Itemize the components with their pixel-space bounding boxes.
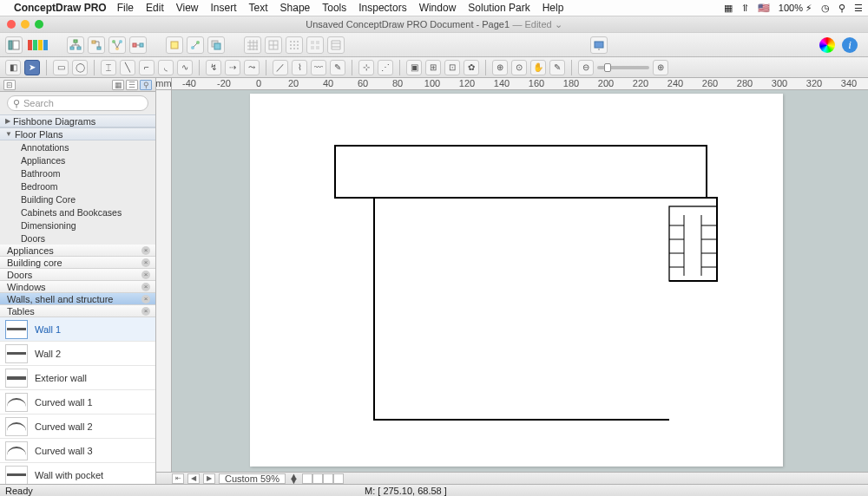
smart-connector-tool[interactable]: ↯ <box>206 60 221 75</box>
zoom-in-tool[interactable]: ⊕ <box>492 60 508 75</box>
close-icon[interactable]: × <box>141 246 150 255</box>
grid2-button[interactable] <box>265 36 282 54</box>
presentation-button[interactable] <box>590 36 608 54</box>
highlight-shape-button[interactable] <box>166 36 183 54</box>
pen-poly-tool[interactable]: ⌇ <box>292 60 307 75</box>
arc-tool[interactable]: ◟ <box>158 60 174 75</box>
edit-segments-tool[interactable]: ⋰ <box>378 60 393 75</box>
menubar-list-icon[interactable]: ☰ <box>854 3 863 14</box>
first-page-button[interactable]: ⇤ <box>172 473 184 484</box>
tree-item-cabinets[interactable]: Cabinets and Bookcases <box>0 206 155 219</box>
menu-file[interactable]: File <box>117 2 134 14</box>
zoom-in-button[interactable]: ⊕ <box>653 60 668 75</box>
menubar-flag-icon[interactable]: 🇺🇸 <box>758 3 770 14</box>
zoom-level[interactable]: Custom 59% <box>219 473 286 484</box>
vertical-ruler[interactable] <box>156 90 172 472</box>
close-icon[interactable]: × <box>141 271 150 279</box>
menubar-grid-icon[interactable]: ▦ <box>724 3 733 14</box>
menu-shape[interactable]: Shape <box>280 2 311 14</box>
sidebar-tab-tree[interactable]: ⊟ <box>3 80 16 90</box>
connect-button[interactable] <box>187 36 204 54</box>
menu-view[interactable]: View <box>176 2 199 14</box>
ruler-corner[interactable]: mm <box>156 78 172 90</box>
close-icon[interactable]: × <box>141 307 150 316</box>
shape-exterior-wall[interactable]: Exterior wall <box>0 366 155 390</box>
color-wheel-icon[interactable] <box>819 37 835 53</box>
shape-wall-pocket[interactable]: Wall with pocket <box>0 463 155 484</box>
grid3-button[interactable] <box>286 36 303 54</box>
zoom-window-icon[interactable] <box>35 20 43 29</box>
crop-tool[interactable]: ✎ <box>549 60 565 75</box>
hand-tool[interactable]: ✋ <box>530 60 546 75</box>
line-tool[interactable]: ╲ <box>120 60 135 75</box>
menu-text[interactable]: Text <box>249 2 268 14</box>
tree-floor-plans[interactable]: ▼Floor Plans <box>0 127 155 140</box>
palette-appliances[interactable]: Appliances× <box>0 245 155 257</box>
menubar-battery[interactable]: 100% ⚡︎ <box>779 3 812 14</box>
spline-tool[interactable]: ∿ <box>177 60 193 75</box>
send-back-button[interactable] <box>207 36 225 54</box>
shape-wall-2[interactable]: Wall 2 <box>0 342 155 366</box>
flowchart-shape-button[interactable] <box>88 36 105 54</box>
palette-windows[interactable]: Windows× <box>0 281 155 293</box>
zoom-fit-tool[interactable]: ⊙ <box>511 60 527 75</box>
pointer-tool[interactable]: ➤ <box>24 60 40 75</box>
sidebar-tab-search[interactable]: ⚲ <box>140 80 152 90</box>
connector-tool[interactable]: ⌐ <box>139 60 155 75</box>
grid1-button[interactable] <box>244 36 261 54</box>
palette-walls[interactable]: Walls, shell and structure× <box>0 293 155 305</box>
panel-toggle-button[interactable]: ◧ <box>5 60 21 75</box>
zoom-slider[interactable] <box>597 66 649 69</box>
menu-window[interactable]: Window <box>419 2 457 14</box>
shape-curved-wall-1[interactable]: Curved wall 1 <box>0 390 155 414</box>
pen-curve-tool[interactable]: 〰 <box>311 60 326 75</box>
page-thumbnails[interactable] <box>302 473 344 484</box>
chain-shape-button[interactable] <box>129 36 147 54</box>
palette-building-core[interactable]: Building core× <box>0 257 155 269</box>
menu-insert[interactable]: Insert <box>211 2 237 14</box>
close-icon[interactable]: × <box>141 258 150 267</box>
minimize-window-icon[interactable] <box>21 20 30 29</box>
horizontal-ruler[interactable]: -40-200204060801001201401601802002202402… <box>172 78 868 90</box>
grid4-button[interactable] <box>306 36 324 54</box>
tree-item-building-core[interactable]: Building Core <box>0 193 155 206</box>
app-name[interactable]: ConceptDraw PRO <box>14 2 107 14</box>
image-tool[interactable]: ⊡ <box>444 60 460 75</box>
tree-shape-button[interactable] <box>108 36 126 54</box>
palette-doors[interactable]: Doors× <box>0 269 155 281</box>
rect-tool[interactable]: ▭ <box>53 60 69 75</box>
menu-edit[interactable]: Edit <box>146 2 164 14</box>
library-search-input[interactable]: ⚲ Search <box>7 95 148 111</box>
library-toggle-button[interactable] <box>5 36 23 54</box>
close-icon[interactable]: × <box>141 295 150 303</box>
menubar-clock-icon[interactable]: ◷ <box>821 3 830 14</box>
shape-curved-wall-3[interactable]: Curved wall 3 <box>0 439 155 463</box>
prev-page-button[interactable]: ◀ <box>187 473 200 484</box>
grid5-button[interactable] <box>327 36 345 54</box>
pen-line-tool[interactable]: ／ <box>273 60 288 75</box>
menu-solution-park[interactable]: Solution Park <box>468 2 529 14</box>
sidebar-tab-grid[interactable]: ▦ <box>112 80 124 90</box>
ellipse-tool[interactable]: ◯ <box>72 60 88 75</box>
tree-item-doors[interactable]: Doors <box>0 232 155 245</box>
menu-inspectors[interactable]: Inspectors <box>358 2 406 14</box>
menubar-search-icon[interactable]: ⚲ <box>838 3 845 14</box>
palette-tables[interactable]: Tables× <box>0 305 155 317</box>
tree-fishbone-diagrams[interactable]: ▶Fishbone Diagrams <box>0 114 155 127</box>
shape-wall-1[interactable]: Wall 1 <box>0 317 155 342</box>
pen-free-tool[interactable]: ✎ <box>330 60 345 75</box>
tree-item-annotations[interactable]: Annotations <box>0 140 155 153</box>
close-window-icon[interactable] <box>7 20 16 29</box>
tree-item-appliances[interactable]: Appliances <box>0 153 155 166</box>
chart-tool[interactable]: ▣ <box>406 60 422 75</box>
zoom-stepper[interactable]: ▲▼ <box>289 474 299 483</box>
zoom-out-button[interactable]: ⊖ <box>578 60 594 75</box>
palette-icon[interactable] <box>28 40 48 50</box>
edit-points-tool[interactable]: ⊹ <box>358 60 374 75</box>
direct-connector-tool[interactable]: ⇢ <box>225 60 240 75</box>
table-tool[interactable]: ⊞ <box>425 60 441 75</box>
shape-curved-wall-2[interactable]: Curved wall 2 <box>0 414 155 439</box>
drawing-page[interactable] <box>250 94 783 467</box>
tree-item-dimensioning[interactable]: Dimensioning <box>0 219 155 232</box>
info-icon[interactable]: i <box>842 37 858 53</box>
